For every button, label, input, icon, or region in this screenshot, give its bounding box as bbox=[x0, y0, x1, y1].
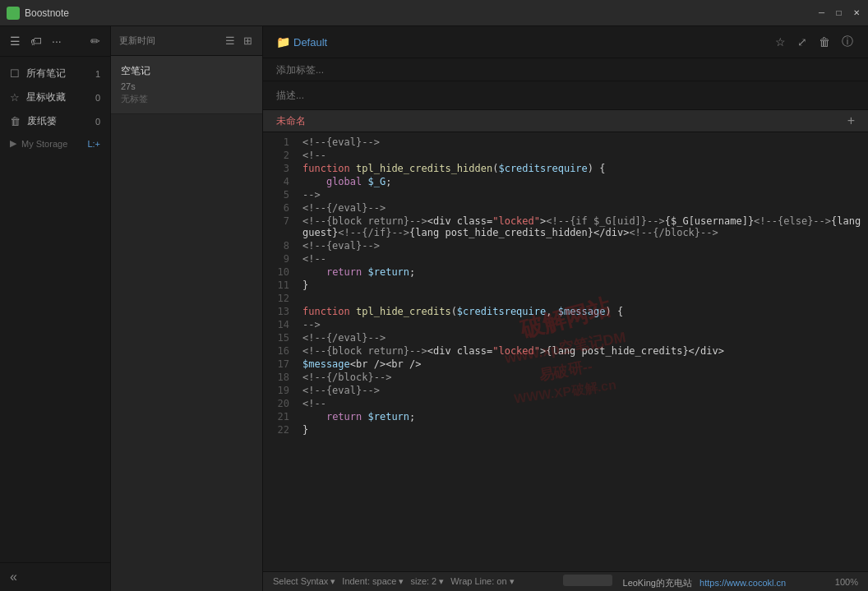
note-list-header: 更新时间 ☰ ⊞ bbox=[111, 26, 262, 56]
view-list-icon[interactable]: ☰ bbox=[224, 33, 237, 48]
note-item-time: 27s bbox=[121, 81, 252, 91]
status-bar: Select Syntax ▾ Indent: space ▾ size: 2 … bbox=[263, 571, 868, 591]
sidebar-item-trash[interactable]: 🗑 废纸篓 0 bbox=[0, 109, 110, 133]
code-content: 1 <!--{eval}--> 2 <!-- 3 function tpl_hi… bbox=[263, 132, 868, 440]
sort-label: 更新时间 bbox=[119, 35, 219, 47]
note-list-panel: 更新时间 ☰ ⊞ 空笔记 27s 无标签 bbox=[111, 26, 263, 591]
code-line: 10 return $return; bbox=[263, 265, 868, 279]
editor-desc bbox=[263, 81, 868, 110]
star-icon: ☆ bbox=[10, 91, 20, 104]
folder-icon: 📁 bbox=[276, 35, 290, 48]
size-selector[interactable]: size: 2 ▾ bbox=[410, 576, 444, 587]
code-line: 6 <!--{/eval}--> bbox=[263, 201, 868, 215]
zoom-level: 100% bbox=[835, 577, 858, 587]
new-note-icon[interactable]: ✏ bbox=[89, 33, 102, 49]
sidebar-nav: ☐ 所有笔记 1 ☆ 星标收藏 0 🗑 废纸篓 0 ▶ My Storage L… bbox=[0, 57, 110, 562]
storage-suffix: L:+ bbox=[87, 139, 100, 149]
code-line: 21 return $return; bbox=[263, 410, 868, 423]
note-title: 未命名 bbox=[276, 114, 306, 128]
code-line: 8 <!--{eval}--> bbox=[263, 239, 868, 252]
maximize-button[interactable]: □ bbox=[833, 7, 844, 18]
code-line: 1 <!--{eval}--> bbox=[263, 136, 868, 149]
info-button[interactable]: ⓘ bbox=[840, 33, 855, 51]
sidebar-collapse-button[interactable]: « bbox=[10, 570, 17, 584]
chevron-right-icon: ▶ bbox=[10, 138, 16, 149]
editor-toolbar: 📁 Default ☆ ⤢ 🗑 ⓘ bbox=[263, 26, 868, 58]
sidebar-item-all-notes[interactable]: ☐ 所有笔记 1 bbox=[0, 62, 110, 85]
code-line: 13 function tpl_hide_credits($creditsreq… bbox=[263, 305, 868, 318]
sidebar-item-trash-label: 废纸篓 bbox=[27, 114, 57, 128]
trash-count: 0 bbox=[95, 117, 100, 127]
url-label: LeoKing的充电站 bbox=[623, 578, 692, 588]
titlebar-title: Boostnote bbox=[25, 7, 816, 19]
delete-button[interactable]: 🗑 bbox=[817, 33, 832, 51]
code-line: 15 <!--{/eval}--> bbox=[263, 331, 868, 344]
trash-icon: 🗑 bbox=[10, 115, 21, 127]
indent-selector[interactable]: Indent: space ▾ bbox=[342, 576, 404, 587]
code-editor[interactable]: 破解网站 www.xp空笔记DM 易破研-- WWW.XP破解.cn 1 <!-… bbox=[263, 132, 868, 571]
hamburger-icon[interactable]: ☰ bbox=[8, 33, 22, 49]
expand-button[interactable]: ⤢ bbox=[796, 33, 809, 51]
notes-icon: ☐ bbox=[10, 67, 20, 80]
folder-name: Default bbox=[293, 36, 327, 48]
view-grid-icon[interactable]: ⊞ bbox=[242, 33, 254, 48]
tab-indicator bbox=[563, 575, 612, 586]
code-line: 2 <!-- bbox=[263, 149, 868, 162]
main-layout: ☰ 🏷 ··· ✏ ☐ 所有笔记 1 ☆ 星标收藏 0 🗑 废纸篓 0 bbox=[0, 26, 868, 591]
sidebar-storage-section[interactable]: ▶ My Storage L:+ bbox=[0, 133, 110, 154]
note-item-title: 空笔记 bbox=[121, 64, 252, 78]
editor-toolbar-right: ☆ ⤢ 🗑 ⓘ bbox=[773, 33, 855, 51]
code-line: 9 <!-- bbox=[263, 252, 868, 265]
note-item-tag: 无标签 bbox=[121, 93, 252, 105]
code-line: 14 --> bbox=[263, 318, 868, 331]
code-line: 20 <!-- bbox=[263, 397, 868, 410]
code-line: 11 } bbox=[263, 279, 868, 292]
sidebar: ☰ 🏷 ··· ✏ ☐ 所有笔记 1 ☆ 星标收藏 0 🗑 废纸篓 0 bbox=[0, 26, 111, 591]
code-line: 7 <!--{block return}--><div class="locke… bbox=[263, 215, 868, 239]
code-line: 12 bbox=[263, 292, 868, 305]
url-link[interactable]: https://www.cocokl.cn bbox=[699, 578, 786, 588]
editor-area: 📁 Default ☆ ⤢ 🗑 ⓘ 未命名 + 破解网站 www. bbox=[263, 26, 868, 591]
editor-tags bbox=[263, 58, 868, 81]
sidebar-bottom: « bbox=[0, 562, 110, 591]
sidebar-top: ☰ 🏷 ··· ✏ bbox=[0, 26, 110, 57]
code-line: 3 function tpl_hide_credits_hidden($cred… bbox=[263, 162, 868, 175]
code-line: 17 $message<br /><br /> bbox=[263, 358, 868, 371]
tag-icon[interactable]: 🏷 bbox=[29, 33, 44, 49]
sidebar-item-all-notes-label: 所有笔记 bbox=[26, 67, 66, 81]
status-bar-left: Select Syntax ▾ Indent: space ▾ size: 2 … bbox=[273, 576, 515, 587]
note-list-item[interactable]: 空笔记 27s 无标签 bbox=[111, 56, 262, 114]
my-storage-label: My Storage bbox=[21, 139, 67, 149]
status-bar-right: 100% bbox=[835, 577, 858, 587]
code-line: 5 --> bbox=[263, 188, 868, 201]
tags-input[interactable] bbox=[276, 64, 855, 76]
window-controls: ─ □ ✕ bbox=[816, 7, 861, 18]
wrap-selector[interactable]: Wrap Line: on ▾ bbox=[450, 576, 514, 587]
more-icon[interactable]: ··· bbox=[50, 33, 63, 49]
sidebar-item-starred[interactable]: ☆ 星标收藏 0 bbox=[0, 85, 110, 109]
folder-badge: 📁 Default bbox=[276, 35, 327, 48]
close-button[interactable]: ✕ bbox=[851, 7, 861, 18]
sidebar-item-starred-label: 星标收藏 bbox=[26, 90, 66, 104]
code-line: 22 } bbox=[263, 423, 868, 436]
starred-count: 0 bbox=[95, 93, 100, 103]
code-line: 16 <!--{block return}--><div class="lock… bbox=[263, 344, 868, 358]
syntax-selector[interactable]: Select Syntax ▾ bbox=[273, 576, 335, 587]
add-snippet-button[interactable]: + bbox=[847, 113, 855, 128]
code-line: 18 <!--{/block}--> bbox=[263, 371, 868, 384]
star-button[interactable]: ☆ bbox=[773, 33, 787, 51]
minimize-button[interactable]: ─ bbox=[816, 7, 827, 18]
code-line: 4 global $_G; bbox=[263, 175, 868, 188]
editor-title-bar: 未命名 + bbox=[263, 110, 868, 132]
status-bar-center: LeoKing的充电站 https://www.cocokl.cn bbox=[524, 575, 825, 589]
desc-input[interactable] bbox=[276, 86, 855, 104]
app-logo bbox=[7, 7, 20, 20]
titlebar: Boostnote ─ □ ✕ bbox=[0, 0, 868, 26]
all-notes-count: 1 bbox=[95, 69, 100, 79]
code-line: 19 <!--{eval}--> bbox=[263, 384, 868, 397]
